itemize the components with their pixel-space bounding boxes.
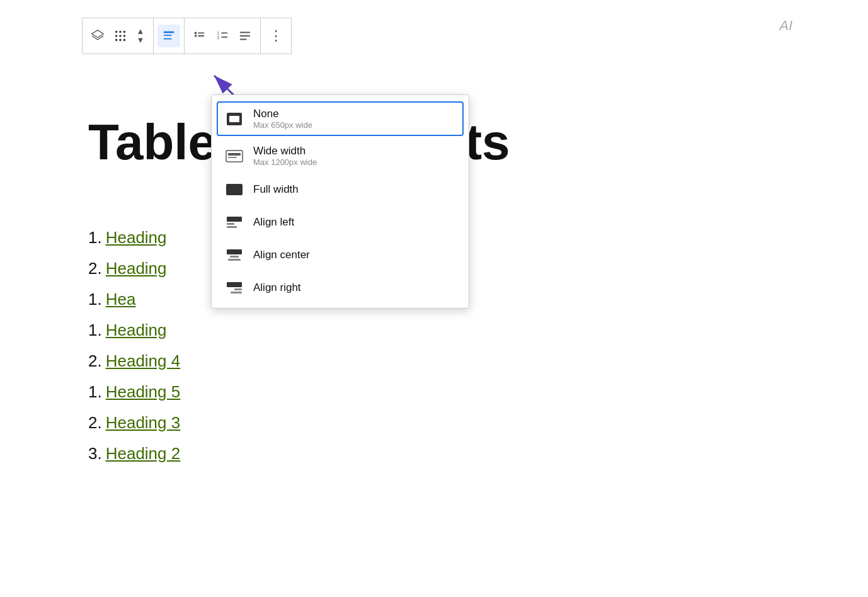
align-left-option[interactable]: Align left — [213, 206, 467, 239]
svg-point-5 — [119, 35, 122, 37]
none-icon — [224, 109, 244, 129]
align-left-title: Align left — [253, 216, 294, 229]
bullet-list-button[interactable] — [188, 25, 211, 47]
align-center-title: Align center — [253, 249, 310, 261]
numbered-list-button[interactable]: 1 2 — [211, 25, 234, 47]
svg-point-1 — [115, 31, 118, 33]
svg-rect-31 — [226, 184, 243, 195]
svg-point-2 — [119, 31, 122, 33]
none-option[interactable]: None Max 650px wide — [217, 101, 464, 136]
svg-rect-32 — [227, 217, 242, 222]
list-item: 1. Hea — [88, 286, 180, 313]
svg-rect-10 — [164, 31, 174, 33]
align-center-option[interactable]: Align center — [213, 239, 467, 271]
align-button[interactable] — [234, 25, 256, 47]
toc-list: 1. Heading 2. Heading 1. Hea 1. Heading … — [88, 220, 180, 471]
ai-label: AI — [779, 18, 792, 34]
more-button[interactable]: ⋮ — [265, 25, 287, 47]
svg-point-8 — [119, 39, 122, 42]
svg-rect-37 — [228, 259, 241, 261]
svg-text:2: 2 — [217, 35, 220, 40]
list-item: 1. Heading — [88, 317, 180, 344]
toc-button[interactable] — [157, 25, 180, 47]
svg-point-3 — [123, 31, 126, 33]
svg-point-9 — [123, 39, 126, 42]
svg-rect-15 — [198, 33, 204, 34]
full-width-option[interactable]: Full width — [213, 173, 467, 206]
align-right-title: Align right — [253, 281, 301, 294]
svg-rect-30 — [228, 157, 237, 158]
svg-rect-21 — [240, 32, 251, 33]
svg-rect-19 — [221, 33, 227, 34]
svg-rect-38 — [227, 282, 242, 287]
list-item: 1. Heading 5 — [88, 378, 180, 406]
wide-width-title: Wide width — [253, 145, 317, 157]
svg-rect-11 — [164, 35, 172, 36]
svg-rect-35 — [227, 249, 242, 254]
svg-rect-22 — [240, 35, 251, 37]
align-right-icon — [224, 278, 244, 298]
full-width-icon — [224, 179, 244, 200]
svg-point-4 — [115, 35, 118, 37]
svg-rect-29 — [228, 153, 241, 156]
grid-button[interactable] — [109, 25, 132, 47]
svg-rect-20 — [221, 37, 227, 38]
svg-marker-0 — [92, 30, 103, 38]
list-item: 2. Heading — [88, 255, 180, 282]
toolbar-group-1: ▲ ▼ — [83, 18, 154, 54]
svg-point-14 — [195, 35, 197, 37]
svg-rect-33 — [227, 223, 234, 225]
svg-rect-27 — [229, 116, 239, 122]
up-down-button[interactable]: ▲ ▼ — [132, 25, 149, 47]
layers-button[interactable] — [86, 25, 109, 47]
wide-width-subtitle: Max 1200px wide — [253, 157, 317, 167]
toolbar-group-2 — [154, 18, 185, 54]
list-item: 1. Heading — [88, 224, 180, 251]
wide-width-icon — [224, 146, 244, 166]
svg-point-7 — [115, 39, 118, 42]
svg-rect-36 — [230, 256, 239, 258]
list-item: 2. Heading 4 — [88, 348, 180, 375]
toolbar-group-4: ⋮ — [261, 18, 291, 54]
list-item: 3. Heading 2 — [88, 440, 180, 467]
full-width-title: Full width — [253, 183, 299, 196]
svg-rect-16 — [198, 35, 204, 37]
align-left-icon — [224, 212, 244, 232]
none-title: None — [253, 108, 312, 120]
svg-rect-34 — [227, 226, 237, 228]
layout-dropdown: None Max 650px wide Wide width Max 1200p… — [211, 94, 469, 309]
list-item: 2. Heading 3 — [88, 409, 180, 436]
toolbar: ▲ ▼ 1 2 — [82, 18, 292, 54]
wide-width-option[interactable]: Wide width Max 1200px wide — [213, 139, 467, 173]
svg-rect-12 — [164, 38, 172, 40]
align-right-option[interactable]: Align right — [213, 271, 467, 304]
svg-rect-40 — [231, 292, 242, 293]
svg-point-13 — [195, 32, 197, 35]
toolbar-group-3: 1 2 — [185, 18, 261, 54]
svg-rect-39 — [234, 288, 242, 290]
svg-rect-23 — [240, 39, 247, 40]
none-subtitle: Max 650px wide — [253, 120, 312, 130]
align-center-icon — [224, 245, 244, 265]
svg-point-6 — [123, 35, 126, 37]
svg-rect-28 — [226, 151, 243, 162]
